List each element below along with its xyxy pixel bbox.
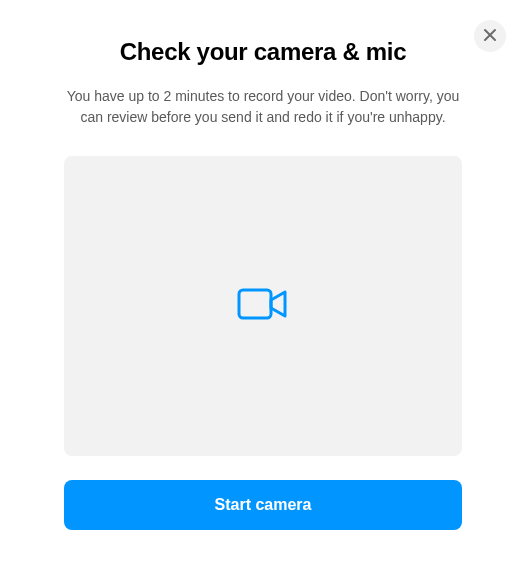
close-icon <box>483 28 497 45</box>
svg-rect-2 <box>239 290 271 318</box>
start-camera-button[interactable]: Start camera <box>64 480 462 530</box>
camera-icon <box>237 286 289 326</box>
camera-preview <box>64 156 462 456</box>
modal-container: Check your camera & mic You have up to 2… <box>0 0 526 530</box>
modal-description: You have up to 2 minutes to record your … <box>64 86 462 128</box>
close-button[interactable] <box>474 20 506 52</box>
modal-title: Check your camera & mic <box>120 38 407 66</box>
